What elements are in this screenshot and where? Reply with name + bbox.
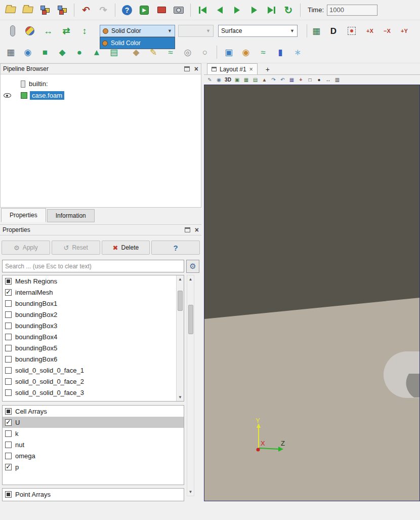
row-checkbox[interactable]	[5, 311, 12, 318]
row-checkbox[interactable]	[5, 389, 12, 396]
contour-filter-icon[interactable]: ●	[72, 45, 87, 60]
save-state-button[interactable]	[55, 3, 70, 18]
rotate-ccw-icon[interactable]: ↶	[278, 75, 287, 84]
help-button[interactable]: ?	[119, 3, 135, 18]
reset-button[interactable]: ↺ Reset	[52, 241, 100, 255]
mesh-region-row[interactable]: solid_0_solid_0_face_3	[3, 387, 177, 398]
close-panel-icon[interactable]: ×	[194, 65, 198, 73]
data-axes-grid-icon[interactable]: D	[326, 23, 341, 38]
set-view-plus-x-icon[interactable]: +X	[362, 23, 377, 38]
sphere-source-icon[interactable]: ○	[197, 45, 213, 60]
look-at-icon[interactable]: ◉	[215, 75, 223, 84]
search-options-button[interactable]: ⚙	[186, 260, 199, 273]
row-checkbox[interactable]	[5, 453, 12, 459]
axes-grid-icon[interactable]: ▦	[287, 75, 296, 84]
toggle-2d3d-icon[interactable]: 3D	[224, 75, 232, 84]
row-checkbox[interactable]	[5, 442, 12, 448]
set-view-plus-y-icon[interactable]: +Y	[397, 23, 412, 38]
tab-information[interactable]: Information	[47, 209, 95, 222]
select-points-icon[interactable]: ●	[315, 75, 323, 84]
server-connect-button[interactable]	[154, 3, 169, 18]
reset-camera-icon[interactable]: ▤	[251, 75, 260, 84]
play-button[interactable]	[229, 3, 244, 18]
scroll-thumb[interactable]	[188, 305, 193, 334]
clip-filter-icon[interactable]: ◆	[55, 45, 70, 60]
row-checkbox[interactable]	[5, 378, 12, 385]
mesh-region-row[interactable]: boundingBox6	[3, 353, 177, 365]
select-cells-icon[interactable]: □	[306, 75, 314, 84]
row-checkbox[interactable]	[5, 345, 12, 351]
rotate-cw-icon[interactable]: ↷	[269, 75, 278, 84]
dropdown-item-solid-color[interactable]: Solid Color	[100, 37, 175, 49]
row-checkbox[interactable]	[5, 300, 12, 307]
row-checkbox[interactable]	[5, 334, 12, 340]
representation-combo[interactable]: Surface ▼	[218, 25, 298, 37]
cell-arrays-checkbox[interactable]	[5, 408, 12, 415]
row-checkbox[interactable]	[5, 430, 12, 437]
scroll-up-icon[interactable]: ▲	[177, 275, 184, 283]
edit-color-map-button[interactable]	[22, 23, 37, 38]
integrate-variables-icon[interactable]: ∗	[290, 45, 305, 60]
center-of-rotation-icon[interactable]: +	[297, 75, 305, 84]
component-combo[interactable]: ▼	[178, 25, 214, 37]
float-panel-icon[interactable]	[184, 66, 190, 71]
mesh-region-row[interactable]: boundingBox3	[3, 320, 177, 331]
row-checkbox[interactable]	[5, 356, 12, 363]
zoom-to-box-icon[interactable]: ▣	[233, 75, 241, 84]
visibility-eye-icon[interactable]	[4, 93, 11, 98]
apply-button[interactable]: ⚙ Apply	[2, 241, 50, 255]
find-data-icon[interactable]: ▣	[221, 45, 236, 60]
scroll-down-icon[interactable]: ▼	[187, 488, 194, 496]
mesh-region-row[interactable]: boundingBox2	[3, 309, 177, 320]
add-layout-button[interactable]: +	[262, 64, 274, 74]
tube-filter-icon[interactable]: ◎	[180, 45, 195, 60]
scroll-down-icon[interactable]: ▼	[177, 393, 184, 401]
spreadsheet-view-icon[interactable]: ▥	[333, 75, 342, 84]
scroll-thumb[interactable]	[178, 291, 183, 311]
scroll-up-icon[interactable]: ▲	[187, 275, 194, 283]
pipeline-item-builtin[interactable]: builtin:	[1, 78, 201, 90]
auto-apply-button[interactable]: ▶	[137, 3, 152, 18]
close-panel-icon[interactable]: ×	[195, 226, 199, 234]
mesh-region-row[interactable]: boundingBox5	[3, 342, 177, 353]
set-view-minus-x-icon[interactable]: −X	[380, 23, 395, 38]
zoom-to-data-icon[interactable]: ▦	[242, 75, 250, 84]
mesh-region-row[interactable]: boundingBox4	[3, 331, 177, 342]
float-panel-icon[interactable]	[185, 227, 190, 232]
panel-help-button[interactable]: ?	[151, 241, 200, 255]
mesh-regions-header-row[interactable]: Mesh Regions	[3, 275, 177, 287]
glyph-filter-icon[interactable]: ◉	[20, 45, 35, 60]
capture-screenshot-button[interactable]	[171, 3, 186, 18]
properties-scrollbar[interactable]: ▲ ▼	[187, 275, 194, 496]
rescale-custom-range-button[interactable]: ⇄	[59, 23, 74, 38]
cell-array-row[interactable]: omega	[3, 450, 184, 461]
mesh-region-row[interactable]: solid_0_solid_0_face_1	[3, 365, 177, 376]
tab-properties[interactable]: Properties	[1, 208, 46, 222]
cell-array-row[interactable]: k	[3, 428, 184, 439]
close-tab-icon[interactable]: ×	[249, 66, 253, 73]
undo-button[interactable]: ↶	[78, 3, 94, 18]
time-input[interactable]	[327, 5, 377, 16]
redo-button[interactable]: ↷	[96, 3, 111, 18]
point-arrays-header-row[interactable]: Point Arrays	[3, 489, 184, 500]
group-datasets-icon[interactable]: ■	[37, 45, 53, 60]
mesh-region-row[interactable]: boundingBox1	[3, 298, 177, 309]
cell-array-row[interactable]: p	[3, 461, 184, 472]
delete-button[interactable]: ✖ Delete	[102, 241, 150, 255]
save-data-button[interactable]	[20, 3, 35, 18]
row-checkbox[interactable]	[5, 419, 12, 426]
toggle-color-legend-button[interactable]	[5, 23, 20, 38]
row-checkbox[interactable]	[5, 464, 12, 470]
spreadsheet-icon[interactable]: ▦	[3, 45, 18, 60]
plot-over-line-icon[interactable]: ≈	[256, 45, 271, 60]
rescale-data-range-button[interactable]: ↔	[40, 23, 56, 38]
cell-array-row[interactable]: nut	[3, 439, 184, 450]
layout-tab[interactable]: Layout #1 ×	[207, 63, 258, 74]
loop-button[interactable]: ↻	[281, 3, 296, 18]
mesh-regions-checkbox[interactable]	[5, 278, 12, 285]
color-by-combo[interactable]: Solid Color ▼	[100, 25, 175, 37]
interpolate-scalars-icon[interactable]: ▦	[309, 23, 324, 38]
rescale-visible-range-button[interactable]: ↕	[77, 23, 92, 38]
histogram-icon[interactable]: ▮	[273, 45, 288, 60]
selection-display-button[interactable]	[344, 23, 359, 38]
